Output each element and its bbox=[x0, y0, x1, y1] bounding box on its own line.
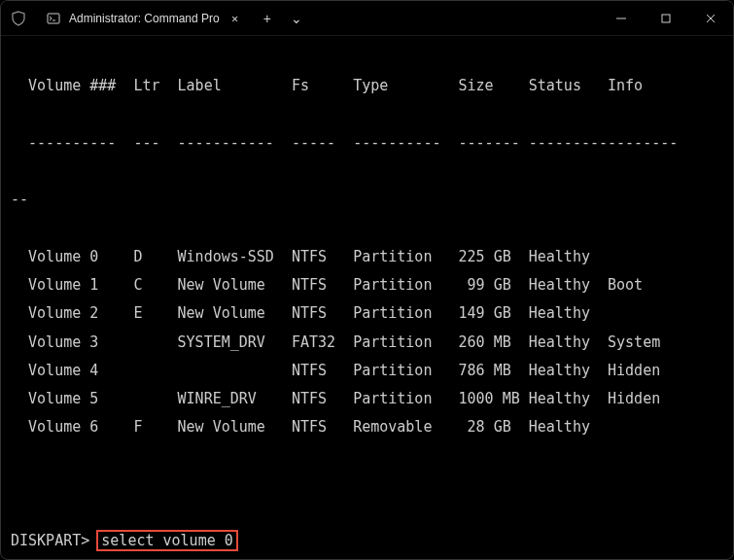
cell-ltr: D bbox=[133, 243, 177, 271]
cell-info: Boot bbox=[608, 271, 643, 299]
table-header-row: Volume ###LtrLabelFsTypeSizeStatusInfo bbox=[11, 72, 723, 100]
cell-type: Partition bbox=[353, 271, 458, 299]
cell-type: Partition bbox=[353, 357, 458, 385]
cell-fs: NTFS bbox=[292, 243, 353, 271]
active-tab[interactable]: Administrator: Command Pro ✕ bbox=[36, 2, 253, 35]
cell-status: Healthy bbox=[529, 413, 608, 441]
cell-status: Healthy bbox=[529, 243, 608, 271]
cell-label: New Volume bbox=[178, 299, 292, 328]
table-divider-tail: -- bbox=[11, 186, 723, 214]
svg-rect-0 bbox=[48, 14, 59, 23]
cell-type: Partition bbox=[353, 385, 458, 413]
col-header-info: Info bbox=[608, 72, 643, 100]
cell-type: Partition bbox=[353, 329, 458, 357]
cell-ltr: C bbox=[133, 271, 177, 299]
cell-label: Windows-SSD bbox=[178, 243, 292, 271]
table-divider-row: ----------------------------------------… bbox=[11, 129, 723, 158]
cell-size: 99 GB bbox=[459, 271, 529, 299]
tab-close-button[interactable]: ✕ bbox=[227, 11, 243, 26]
col-header-type: Type bbox=[353, 72, 458, 100]
cell-size: 260 MB bbox=[459, 329, 529, 357]
cell-volume: Volume 6 bbox=[28, 413, 133, 441]
cell-size: 786 MB bbox=[459, 357, 529, 385]
table-row: Volume 3SYSTEM_DRVFAT32Partition260 MBHe… bbox=[11, 329, 723, 357]
cell-volume: Volume 3 bbox=[28, 329, 133, 357]
tab-region: Administrator: Command Pro ✕ + ⌄ bbox=[1, 1, 311, 35]
tab-title: Administrator: Command Pro bbox=[69, 12, 220, 25]
cell-ltr: F bbox=[133, 413, 177, 441]
window-controls bbox=[599, 1, 733, 35]
cell-fs: NTFS bbox=[292, 357, 353, 385]
close-button[interactable] bbox=[688, 1, 733, 36]
table-row: Volume 4NTFSPartition786 MBHealthyHidden bbox=[11, 357, 723, 385]
svg-rect-3 bbox=[662, 15, 670, 22]
cell-label: New Volume bbox=[178, 413, 292, 441]
cell-status: Healthy bbox=[529, 299, 608, 328]
cell-fs: FAT32 bbox=[292, 329, 353, 357]
cell-ltr: E bbox=[133, 299, 177, 328]
cell-volume: Volume 2 bbox=[28, 299, 133, 328]
command-select-volume: select volume 0 bbox=[98, 532, 235, 549]
cell-size: 28 GB bbox=[459, 413, 529, 441]
table-row: Volume 6FNew VolumeNTFSRemovable28 GBHea… bbox=[11, 413, 723, 441]
titlebar: Administrator: Command Pro ✕ + ⌄ bbox=[1, 1, 733, 36]
table-row: Volume 5WINRE_DRVNTFSPartition1000 MBHea… bbox=[11, 385, 723, 413]
col-header-volume: Volume ### bbox=[28, 72, 133, 100]
table-row: Volume 1CNew VolumeNTFSPartition99 GBHea… bbox=[11, 271, 723, 299]
cell-fs: NTFS bbox=[292, 299, 353, 328]
col-header-size: Size bbox=[459, 72, 529, 100]
table-row: Volume 0DWindows-SSDNTFSPartition225 GBH… bbox=[11, 243, 723, 271]
cell-status: Healthy bbox=[529, 385, 608, 413]
cell-size: 225 GB bbox=[459, 243, 529, 271]
cell-label: WINRE_DRV bbox=[178, 385, 292, 413]
col-header-status: Status bbox=[529, 72, 608, 100]
cell-status: Healthy bbox=[529, 271, 608, 299]
col-header-fs: Fs bbox=[292, 72, 353, 100]
cell-info: Hidden bbox=[608, 385, 660, 413]
maximize-button[interactable] bbox=[644, 1, 688, 36]
minimize-button[interactable] bbox=[599, 1, 644, 36]
diskpart-prompt: DISKPART> bbox=[11, 532, 89, 549]
cell-volume: Volume 0 bbox=[28, 243, 133, 271]
new-tab-button[interactable]: + bbox=[253, 4, 282, 33]
terminal-icon bbox=[46, 11, 61, 26]
cell-volume: Volume 5 bbox=[28, 385, 133, 413]
cell-size: 149 GB bbox=[459, 299, 529, 328]
cell-type: Partition bbox=[353, 243, 458, 271]
col-header-ltr: Ltr bbox=[133, 72, 177, 100]
blank-line bbox=[11, 471, 723, 499]
cell-volume: Volume 4 bbox=[28, 357, 133, 385]
cell-label: New Volume bbox=[178, 271, 292, 299]
tab-dropdown-button[interactable]: ⌄ bbox=[282, 4, 311, 33]
cell-info: Hidden bbox=[608, 357, 660, 385]
cell-volume: Volume 1 bbox=[28, 271, 133, 299]
shield-icon bbox=[1, 1, 36, 35]
cell-fs: NTFS bbox=[292, 413, 353, 441]
cell-status: Healthy bbox=[529, 329, 608, 357]
cell-type: Removable bbox=[353, 413, 458, 441]
prompt-line-1: DISKPART> select volume 0 bbox=[11, 527, 723, 555]
col-header-label: Label bbox=[178, 72, 292, 100]
cell-info: System bbox=[608, 329, 660, 357]
table-row: Volume 2ENew VolumeNTFSPartition149 GBHe… bbox=[11, 299, 723, 328]
cell-size: 1000 MB bbox=[459, 385, 529, 413]
cell-type: Partition bbox=[353, 299, 458, 328]
cell-fs: NTFS bbox=[292, 385, 353, 413]
terminal-output[interactable]: Volume ###LtrLabelFsTypeSizeStatusInfo -… bbox=[1, 36, 733, 560]
cell-fs: NTFS bbox=[292, 271, 353, 299]
cell-label: SYSTEM_DRV bbox=[178, 329, 292, 357]
cell-status: Healthy bbox=[529, 357, 608, 385]
